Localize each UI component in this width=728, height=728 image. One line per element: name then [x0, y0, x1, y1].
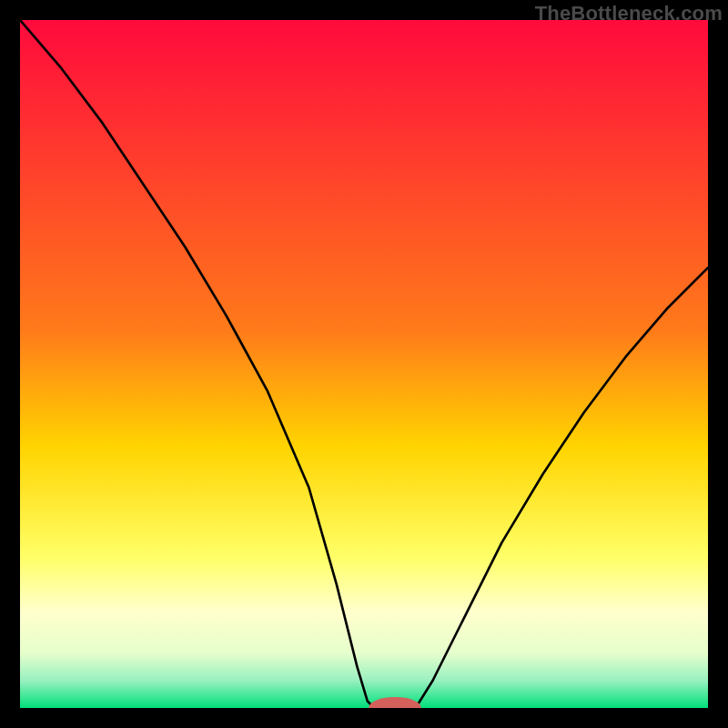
chart-frame: TheBottleneck.com	[0, 0, 728, 728]
gradient-background	[20, 20, 708, 708]
bottleneck-curve-chart	[20, 20, 708, 708]
plot-area	[20, 20, 708, 708]
watermark-text: TheBottleneck.com	[535, 2, 723, 25]
